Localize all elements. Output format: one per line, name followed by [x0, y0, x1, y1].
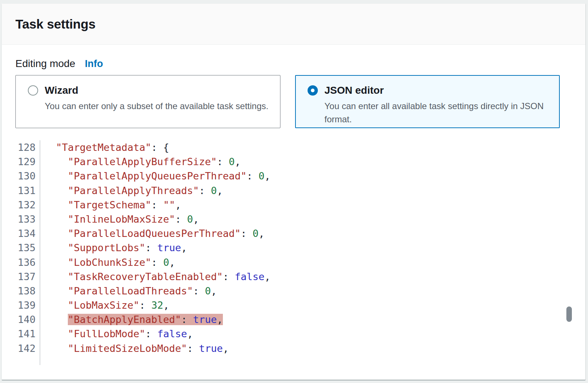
code-line[interactable]: "LimitedSizeLobMode": true, [44, 341, 572, 356]
code-token: "" [163, 199, 175, 211]
code-line[interactable]: "ParallelApplyThreads": 0, [44, 183, 572, 198]
code-token: 0 [253, 228, 258, 239]
code-token: : [193, 285, 205, 297]
code-token: , [211, 285, 217, 297]
line-number: 140 [15, 312, 36, 327]
highlighted-code: "BatchApplyEnabled": true, [68, 314, 223, 325]
code-line[interactable]: "TaskRecoveryTableEnabled": false, [44, 269, 572, 284]
line-number: 139 [15, 298, 36, 312]
code-token: , [217, 185, 223, 196]
code-token: , [223, 343, 229, 354]
code-line[interactable]: "ParallelApplyBufferSize": 0, [44, 155, 572, 169]
code-token: , [235, 156, 240, 167]
code-token: , [163, 300, 169, 311]
code-line[interactable]: "LobMaxSize": 32, [44, 298, 572, 312]
line-number: 137 [15, 269, 36, 284]
code-token: : [139, 300, 151, 311]
option-card-wizard[interactable]: Wizard You can enter only a subset of th… [15, 75, 280, 128]
code-token: , [181, 242, 187, 253]
code-token: : [199, 185, 211, 196]
code-token: false [235, 271, 264, 282]
code-token: false [157, 328, 187, 339]
code-token: "ParallelLoadThreads" [68, 285, 193, 297]
line-number: 136 [15, 255, 36, 269]
code-token: "LobChunkSize" [68, 257, 151, 268]
editor-code-area[interactable]: "TargetMetadata": { "ParallelApplyBuffer… [40, 140, 572, 365]
radio-selected-icon[interactable] [308, 85, 318, 96]
code-line[interactable]: "ParallelLoadQueuesPerThread": 0, [44, 226, 572, 241]
option-title-json-editor: JSON editor [324, 85, 384, 96]
editing-mode-options: Wizard You can enter only a subset of th… [15, 75, 572, 128]
info-link[interactable]: Info [85, 58, 103, 70]
code-token: , [175, 199, 181, 211]
line-number: 135 [15, 241, 36, 255]
code-token: 0 [211, 185, 217, 196]
code-line[interactable]: "InlineLobMaxSize": 0, [44, 212, 572, 226]
code-token: "ParallelApplyBufferSize" [68, 156, 217, 167]
panel-header: Task settings [2, 4, 585, 45]
line-number: 138 [15, 284, 36, 298]
panel-title: Task settings [15, 17, 96, 31]
code-token: "TargetSchema" [68, 199, 151, 211]
option-description-wizard: You can enter only a subset of the avail… [45, 100, 271, 113]
json-editor[interactable]: 1281291301311321331341351361371381391401… [15, 140, 572, 365]
code-token: 32 [151, 300, 163, 311]
scrollbar-thumb[interactable] [566, 306, 572, 322]
code-token: : [247, 170, 259, 182]
code-token: , [217, 314, 223, 325]
code-token: : [151, 257, 163, 268]
code-token: 0 [187, 213, 193, 225]
editor-gutter: 1281291301311321331341351361371381391401… [15, 140, 40, 365]
code-token: , [264, 271, 270, 282]
code-token: : [240, 228, 253, 239]
line-number: 129 [15, 155, 36, 169]
code-token: : [145, 328, 157, 339]
task-settings-panel: Task settings Editing mode Info Wizard Y… [2, 4, 585, 380]
code-token: : [217, 156, 229, 167]
panel-body: Editing mode Info Wizard You can enter o… [2, 45, 585, 365]
line-number: 142 [15, 341, 36, 356]
code-token: 0 [163, 257, 169, 268]
code-line[interactable]: "FullLobMode": false, [44, 327, 572, 341]
code-token: : { [151, 142, 169, 153]
code-token: "BatchApplyEnabled" [68, 314, 181, 325]
line-number: 133 [15, 212, 36, 226]
code-line[interactable]: "LobChunkSize": 0, [44, 255, 572, 269]
code-token: , [258, 228, 264, 239]
line-number: 141 [15, 327, 36, 341]
option-title-row: JSON editor [308, 85, 550, 96]
code-token: "LimitedSizeLobMode" [68, 343, 187, 354]
option-card-json-editor[interactable]: JSON editor You can enter all available … [295, 75, 560, 128]
code-token: "LobMaxSize" [68, 300, 139, 311]
code-token: , [169, 257, 175, 268]
code-token: 0 [229, 156, 235, 167]
code-line[interactable]: "ParallelApplyQueuesPerThread": 0, [44, 169, 572, 183]
code-token: "InlineLobMaxSize" [68, 213, 175, 225]
code-line[interactable]: "SupportLobs": true, [44, 241, 572, 255]
code-token: "SupportLobs" [68, 242, 145, 253]
option-description-json-editor: You can enter all available task setting… [324, 100, 550, 126]
code-token: 0 [258, 170, 264, 182]
line-number: 132 [15, 198, 36, 212]
editing-mode-label: Editing mode [15, 58, 75, 70]
code-token: "ParallelApplyThreads" [68, 185, 199, 196]
code-token: : [175, 213, 187, 225]
option-title-wizard: Wizard [45, 85, 78, 96]
code-token: , [264, 170, 270, 182]
line-number: 130 [15, 169, 36, 183]
code-token: : [151, 199, 163, 211]
line-number: 128 [15, 140, 36, 155]
code-token: , [187, 328, 193, 339]
code-line[interactable]: "BatchApplyEnabled": true, [44, 312, 572, 327]
code-line[interactable]: "ParallelLoadThreads": 0, [44, 284, 572, 298]
code-line[interactable]: "TargetSchema": "", [44, 198, 572, 212]
radio-unselected-icon[interactable] [28, 85, 38, 96]
code-token: true [199, 343, 223, 354]
code-token: "ParallelLoadQueuesPerThread" [68, 228, 240, 239]
code-token: "TargetMetadata" [56, 142, 151, 153]
code-token: "FullLobMode" [68, 328, 145, 339]
code-token: "ParallelApplyQueuesPerThread" [68, 170, 247, 182]
line-number: 134 [15, 226, 36, 241]
code-token: : [181, 314, 193, 325]
code-line[interactable]: "TargetMetadata": { [44, 140, 572, 155]
